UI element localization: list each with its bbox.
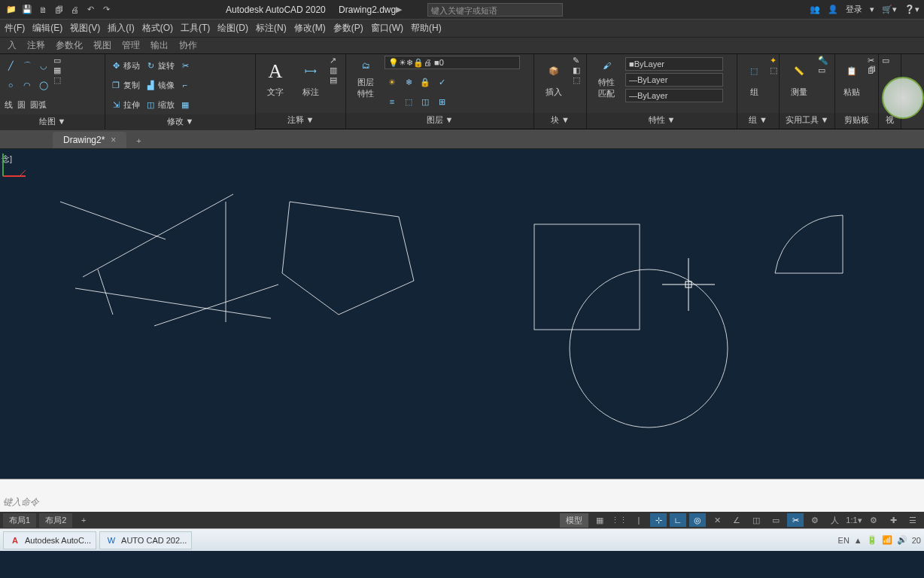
polar-toggle[interactable]: ∟ (670, 513, 686, 527)
ribtab-2[interactable]: 参数化 (56, 39, 83, 52)
maximize-icon[interactable]: ✚ (885, 513, 901, 527)
text-button[interactable]: A文字 (259, 56, 292, 99)
help-icon[interactable]: ❔▾ (904, 5, 919, 14)
plot-icon[interactable]: 🗐 (52, 3, 65, 17)
menu-format[interactable]: 格式(O) (142, 22, 173, 35)
grid-toggle[interactable]: ▦ (591, 513, 608, 527)
color-dropdown[interactable]: ■ ByLayer (625, 57, 723, 71)
menu-file[interactable]: 件(F) (5, 22, 25, 35)
dyn-toggle[interactable]: ∠ (728, 513, 745, 527)
undo-icon[interactable]: ↶ (84, 3, 97, 17)
ann-toggle[interactable]: 人 (826, 513, 843, 527)
layer-tool-2[interactable]: ❄ (401, 72, 416, 92)
menu-param[interactable]: 参数(P) (333, 22, 363, 35)
rect-tool[interactable]: ▭ (53, 56, 61, 65)
customize-icon[interactable]: ☰ (904, 513, 921, 527)
layer-prop-button[interactable]: 🗂图层 特性 (349, 56, 382, 99)
taskbar-app-2[interactable]: W AUTO CAD 202... (99, 531, 192, 549)
sc-toggle[interactable]: ✂ (787, 513, 804, 527)
trim-tool[interactable]: ✂ (178, 56, 193, 75)
panel-draw-label[interactable]: 绘图 ▼ (0, 114, 105, 130)
ribtab-4[interactable]: 管理 (122, 39, 140, 52)
ribtab-3[interactable]: 视图 (93, 39, 111, 52)
menu-insert[interactable]: 插入(I) (108, 22, 134, 35)
panel-layer-label[interactable]: 图层 ▼ (346, 113, 533, 129)
stretch-tool[interactable]: ⇲拉伸 (108, 95, 141, 114)
rotate-tool[interactable]: ↻旋转 (143, 56, 176, 75)
point-tool[interactable]: ⬚ (53, 75, 61, 85)
layout-tab-2[interactable]: 布局2 (39, 513, 72, 528)
menu-window[interactable]: 窗口(W) (371, 22, 403, 35)
layer-dropdown[interactable]: 💡☀❄🔒🖨 ■ 0 (384, 56, 520, 69)
misc-tool[interactable]: ◡ (36, 56, 51, 75)
panel-props-label[interactable]: 特性 ▼ (587, 113, 737, 129)
panel-modify-label[interactable]: 修改 ▼ (105, 114, 255, 130)
menu-modify[interactable]: 修改(M) (294, 22, 326, 35)
dim-button[interactable]: ⟼标注 (294, 56, 327, 99)
search-input[interactable]: 键入关键字或短语 (427, 3, 563, 17)
osnap-toggle[interactable]: ◎ (689, 513, 706, 527)
close-icon[interactable]: × (111, 135, 116, 145)
taskbar-app-1[interactable]: A Autodesk AutoC... (3, 531, 96, 549)
ellipse-tool[interactable]: ◯ (36, 75, 51, 95)
mtext-tool[interactable]: ▤ (330, 75, 337, 85)
menu-help[interactable]: 帮助(H) (411, 22, 442, 35)
menu-tools[interactable]: 工具(T) (181, 22, 210, 35)
group-button[interactable]: ⬚组 (740, 56, 767, 99)
tray-icon-2[interactable]: 🔋 (867, 535, 877, 545)
fillet-tool[interactable]: ⌐ (178, 75, 193, 95)
tray-icon-4[interactable]: 🔊 (897, 535, 907, 545)
share-icon[interactable]: 👥 (810, 5, 820, 14)
ltype-dropdown[interactable]: — ByLayer (625, 89, 723, 102)
ribtab-1[interactable]: 注释 (27, 39, 45, 52)
user-icon[interactable]: 👤 (828, 5, 838, 14)
leader-tool[interactable]: ↗ (330, 56, 337, 65)
tray-time[interactable]: 20 (912, 536, 921, 545)
command-line[interactable]: 键入命令 (0, 479, 924, 512)
ribtab-6[interactable]: 协作 (179, 39, 197, 52)
trans-toggle[interactable]: ▭ (767, 513, 784, 527)
qs-toggle[interactable]: ⚙ (807, 513, 823, 527)
arc-tool[interactable]: ◠ (20, 75, 35, 95)
panel-group-label[interactable]: 组 ▼ (737, 113, 779, 129)
lang-indicator[interactable]: EN (838, 536, 850, 545)
menu-edit[interactable]: 编辑(E) (32, 22, 62, 35)
print-icon[interactable]: 🖨 (68, 3, 81, 17)
add-layout-button[interactable]: + (75, 513, 92, 527)
redo-icon[interactable]: ↷ (99, 3, 113, 17)
tray-icon-3[interactable]: 📶 (882, 535, 892, 545)
ribtab-5[interactable]: 输出 (150, 39, 169, 52)
array-tool[interactable]: ▦ (178, 95, 193, 114)
scale-tool[interactable]: ◫缩放 (143, 95, 176, 114)
mirror-tool[interactable]: ▟镜像 (143, 75, 176, 95)
panel-clip-label[interactable]: 剪贴板 (835, 113, 878, 129)
drawing-area[interactable]: 念] (0, 149, 924, 479)
menu-draw[interactable]: 绘图(D) (217, 22, 248, 35)
panel-util-label[interactable]: 实用工具 ▼ (780, 113, 834, 129)
tray-icon-1[interactable]: ▲ (854, 536, 862, 545)
lweight-dropdown[interactable]: — ByLayer (625, 73, 723, 87)
menu-view[interactable]: 视图(V) (70, 22, 100, 35)
file-tab-1[interactable]: Drawing2* × (53, 132, 126, 148)
move-tool[interactable]: ✥移动 (108, 56, 141, 75)
matchprop-button[interactable]: 🖌特性 匹配 (590, 56, 623, 99)
hatch-tool[interactable]: ▦ (53, 65, 61, 75)
layer-tool-1[interactable]: ☀ (384, 72, 400, 92)
line-tool[interactable]: ╱ (3, 56, 18, 75)
save-icon[interactable]: 💾 (20, 3, 34, 17)
layer-tool-5[interactable]: ≡ (384, 92, 400, 111)
ribtab-0[interactable]: 入 (8, 39, 17, 52)
ortho-toggle[interactable]: ⊹ (650, 513, 667, 527)
login-label[interactable]: 登录 (846, 4, 862, 15)
cart-icon[interactable]: 🛒▾ (882, 5, 897, 14)
polyline-tool[interactable]: ⌒ (20, 56, 35, 75)
gear-icon[interactable]: ⚙ (865, 513, 882, 527)
open-icon[interactable]: 📁 (5, 3, 18, 17)
paste-button[interactable]: 📋粘贴 (838, 56, 865, 99)
scale-display[interactable]: 1:1▾ (846, 513, 862, 527)
measure-button[interactable]: 📏测量 (783, 56, 816, 99)
layout-tab-1[interactable]: 布局1 (3, 513, 36, 528)
copy-tool[interactable]: ❐复制 (108, 75, 141, 95)
circle-tool[interactable]: ○ (3, 75, 18, 95)
otrack-toggle[interactable]: ✕ (709, 513, 725, 527)
